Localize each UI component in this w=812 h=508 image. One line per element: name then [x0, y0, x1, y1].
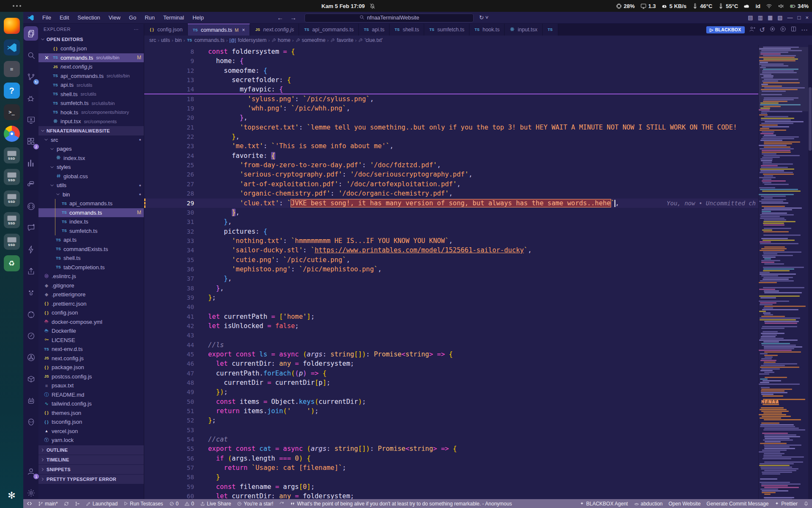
circle-dot-icon[interactable] — [769, 26, 776, 34]
extensions-icon[interactable]: 2 — [25, 135, 37, 148]
code-line[interactable]: 36 'mephistoo.png': `/pic/mephistoo.png`… — [144, 265, 758, 274]
code-line[interactable]: 25 'from-day-zero-to-zero-day.pdf': '/do… — [144, 160, 758, 170]
code-line[interactable]: 40 — [144, 302, 758, 312]
drive-icon-ssd[interactable]: SSD — [4, 147, 20, 163]
status-refresh[interactable] — [279, 501, 284, 506]
code-line[interactable]: 50 const items = Object.keys(currentDir)… — [144, 397, 758, 406]
menu-view[interactable]: View — [105, 14, 124, 22]
tree-item--eslintrc-js[interactable]: .eslintrc.js — [38, 272, 144, 281]
open-editor-item[interactable]: TSapi_commands.tssrc/utils/bin — [38, 72, 144, 81]
code-line[interactable]: 23 'me.txt': `'This is some info about m… — [144, 141, 758, 151]
close-button[interactable]: × — [805, 14, 809, 21]
open-editor-item[interactable]: TShook.tssrc/components/history — [38, 108, 144, 117]
undo-icon[interactable]: ↺ — [760, 26, 765, 34]
history-back-icon[interactable]: ← — [277, 14, 283, 21]
open-editor-item[interactable]: { }config.json — [38, 44, 144, 53]
tree-item-api-commands-ts[interactable]: TSapi_commands.ts — [38, 199, 144, 208]
status-you-re-a-star-[interactable]: You're a star! — [237, 501, 273, 507]
tab-sumfetch.ts[interactable]: TSsumfetch.ts — [424, 24, 469, 36]
tab-api_commands.ts[interactable]: TSapi_commands.ts — [299, 24, 359, 36]
code-line[interactable]: 38 }, — [144, 284, 758, 293]
code-line[interactable]: 14 myfavpic: { — [144, 85, 758, 94]
breadcrumb-item[interactable]: [@]foldersystem — [229, 37, 266, 43]
tree-item-tabcompletion-ts[interactable]: TStabCompletion.ts — [38, 263, 144, 272]
status-main-[interactable]: main* — [38, 501, 58, 507]
code-line[interactable]: 46 let currentDir: any = foldersystem; — [144, 359, 758, 368]
code-line[interactable]: 54//cat — [144, 435, 758, 444]
section-snippets[interactable]: SNIPPETS — [38, 465, 144, 474]
code-line[interactable]: 12 someofme: { — [144, 66, 758, 75]
command-center-search[interactable]: nfnaaTerminalWebsite — [304, 14, 474, 22]
tree-item-src[interactable]: src● — [38, 135, 144, 145]
code-line[interactable]: 59 const filename = args[0]; — [144, 482, 758, 491]
code-line[interactable]: 51 return items.join(' '); — [144, 406, 758, 416]
code-line[interactable]: 39}; — [144, 293, 758, 302]
system-tray[interactable]: 28%1.35 KB/s46°C55°Cid34% — [616, 3, 809, 9]
minimap[interactable]: NFNAA — [758, 45, 808, 499]
code-line[interactable]: 32 pictures: { — [144, 227, 758, 236]
tree-item-tsconfig-json[interactable]: { }tsconfig.json — [38, 417, 144, 427]
code-line[interactable]: 42let isUnlocked = false; — [144, 321, 758, 331]
refresh-dropdown-icon[interactable]: ↻ ˅ — [479, 14, 488, 21]
section-pretty-typescript-error[interactable]: PRETTY TYPESCRIPT ERROR — [38, 475, 144, 484]
code-line[interactable]: 41let currentPath = ['home']; — [144, 312, 758, 321]
breadcrumb-item[interactable]: bin — [175, 37, 182, 43]
scrollbar[interactable] — [808, 45, 812, 499]
layout-custom-icon[interactable]: ▧ — [777, 14, 782, 21]
tab-hook.ts[interactable]: TShook.ts — [469, 24, 505, 36]
split-editor-icon[interactable] — [790, 26, 797, 34]
menu-edit[interactable]: Edit — [56, 14, 73, 22]
code-editor[interactable]: 8const foldersystem = {9 home: {12 someo… — [144, 45, 758, 499]
dock-item-firefox[interactable] — [4, 18, 20, 34]
chat-icon[interactable] — [25, 221, 37, 234]
tree-item-global-css[interactable]: global.css — [38, 172, 144, 181]
tree-item-utils[interactable]: utils● — [38, 181, 144, 190]
code-line[interactable]: 29 'clue.txt': `JVKE best song!, it has … — [144, 199, 758, 208]
cpu-icon[interactable]: 28% — [616, 3, 635, 9]
breadcrumb-item[interactable]: favorite — [330, 37, 353, 43]
tree-item-themes-json[interactable]: { }themes.json — [38, 409, 144, 418]
gear-icon[interactable] — [25, 486, 37, 499]
tree-item-package-json[interactable]: { }package.json — [38, 363, 144, 372]
maximize-button[interactable]: □ — [798, 14, 801, 21]
ellipsis-icon[interactable]: ⋯ — [801, 26, 808, 34]
code-line[interactable]: 31 }, — [144, 217, 758, 226]
thermometer-icon[interactable]: 55°C — [718, 3, 738, 9]
alien-icon[interactable] — [25, 416, 37, 428]
tab-shell.ts[interactable]: TSshell.ts — [390, 24, 424, 36]
tree-item-shell-ts[interactable]: TSshell.ts — [38, 254, 144, 263]
tree-item-yarn-lock[interactable]: Ⓨyarn.lock — [38, 436, 144, 445]
tree-item-index-ts[interactable]: TSindex.ts — [38, 217, 144, 226]
section-timeline[interactable]: TIMELINE — [38, 455, 144, 464]
status-live-share[interactable]: Live Share — [200, 501, 231, 507]
status-launchpad[interactable]: Launchpad — [86, 501, 118, 507]
dock-item-recycle[interactable]: ♻ — [4, 255, 20, 271]
tab-next.config.js[interactable]: JSnext.config.js — [250, 24, 299, 36]
tree-item-styles[interactable]: styles — [38, 163, 144, 172]
fork-icon[interactable] — [25, 351, 37, 364]
person-add-icon[interactable] — [749, 26, 755, 34]
panel-bottom-icon[interactable]: ▥ — [758, 14, 763, 21]
dock-item-terminal[interactable]: >_ — [4, 104, 20, 120]
tree-item-readme-md[interactable]: ⓘREADME.md — [38, 390, 144, 400]
code-line[interactable]: 53 — [144, 425, 758, 435]
tab-close-icon[interactable]: × — [242, 27, 245, 33]
tree-item-commandexists-ts[interactable]: TScommandExists.ts — [38, 245, 144, 254]
code-line[interactable]: 28 'organic-chemistry.pdf': '/doc/organi… — [144, 189, 758, 198]
cloud-download-icon[interactable]: 5 KB/s — [661, 3, 686, 9]
code-line[interactable]: 56 if (args.length === 0) { — [144, 454, 758, 463]
code-line[interactable]: 58 } — [144, 472, 758, 482]
status-what-s-the-point-of-being-alive-if-you-don-t-at-least-try-to-do-something-remarkable-anonymous[interactable]: What's the point of being alive if you d… — [290, 501, 512, 507]
tab-api.ts[interactable]: TSapi.ts — [359, 24, 390, 36]
code-line[interactable]: 44//ls — [144, 340, 758, 350]
code-line[interactable]: 30 }, — [144, 208, 758, 217]
drive-icon-ssd[interactable]: SSD — [4, 169, 20, 185]
status-0[interactable]: 0 — [184, 501, 194, 507]
tree-item-license[interactable]: LICENSE — [38, 336, 144, 345]
code-line[interactable]: 24 favorite: { — [144, 151, 758, 160]
remote-screen-icon[interactable] — [25, 113, 37, 126]
tab-config.json[interactable]: { }config.json — [144, 24, 188, 36]
blackbox-button[interactable]: ▷ BLACKBOX — [706, 26, 744, 33]
layout-grid-icon[interactable]: ▤ — [748, 14, 753, 21]
open-editor-item[interactable]: JSnext.config.js — [38, 62, 144, 72]
